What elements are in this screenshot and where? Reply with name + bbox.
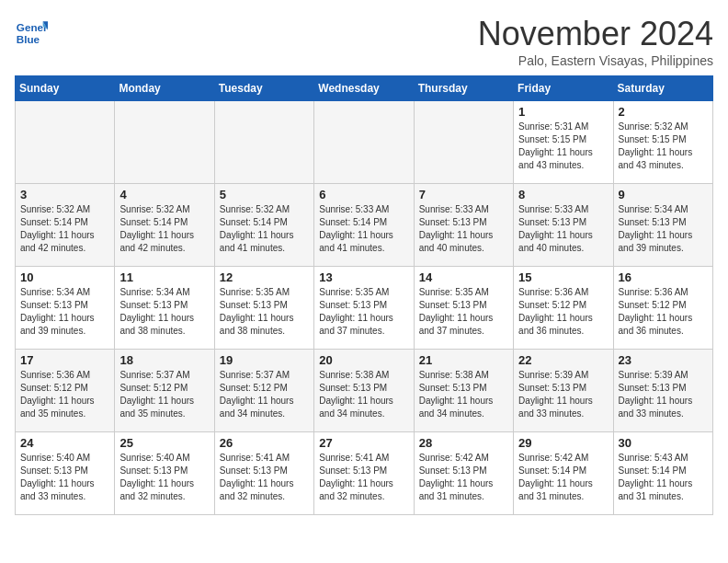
day-number: 6 xyxy=(319,188,408,201)
cell-info: Sunrise: 5:39 AM Sunset: 5:13 PM Dayligh… xyxy=(619,369,708,420)
cell-info: Sunrise: 5:32 AM Sunset: 5:14 PM Dayligh… xyxy=(119,203,209,255)
cell-info: Sunrise: 5:36 AM Sunset: 5:12 PM Dayligh… xyxy=(20,369,109,420)
day-number: 4 xyxy=(119,188,209,201)
cell-info: Sunrise: 5:37 AM Sunset: 5:12 PM Dayligh… xyxy=(119,369,209,420)
calendar-cell: 28Sunrise: 5:42 AM Sunset: 5:13 PM Dayli… xyxy=(414,432,513,515)
cell-info: Sunrise: 5:36 AM Sunset: 5:12 PM Dayligh… xyxy=(619,286,708,338)
calendar-cell: 8Sunrise: 5:33 AM Sunset: 5:13 PM Daylig… xyxy=(514,184,613,267)
day-number: 7 xyxy=(419,188,508,201)
calendar-cell xyxy=(115,101,214,184)
day-number: 14 xyxy=(419,270,508,284)
week-row-5: 24Sunrise: 5:40 AM Sunset: 5:13 PM Dayli… xyxy=(16,432,713,515)
cell-info: Sunrise: 5:41 AM Sunset: 5:13 PM Dayligh… xyxy=(220,452,309,503)
calendar-cell: 5Sunrise: 5:32 AM Sunset: 5:14 PM Daylig… xyxy=(214,184,313,267)
calendar-cell: 1Sunrise: 5:31 AM Sunset: 5:15 PM Daylig… xyxy=(514,101,613,184)
location: Palo, Eastern Visayas, Philippines xyxy=(478,53,713,68)
day-number: 26 xyxy=(220,436,309,450)
calendar-cell xyxy=(214,101,313,184)
week-row-1: 1Sunrise: 5:31 AM Sunset: 5:15 PM Daylig… xyxy=(16,101,713,184)
calendar-cell: 21Sunrise: 5:38 AM Sunset: 5:13 PM Dayli… xyxy=(414,350,513,432)
day-number: 11 xyxy=(119,270,209,284)
day-number: 18 xyxy=(119,353,209,367)
page-header: General Blue November 2024 Palo, Eastern… xyxy=(15,15,713,68)
calendar-cell: 23Sunrise: 5:39 AM Sunset: 5:13 PM Dayli… xyxy=(613,350,712,432)
cell-info: Sunrise: 5:31 AM Sunset: 5:15 PM Dayligh… xyxy=(518,121,608,172)
header-thursday: Thursday xyxy=(414,76,513,101)
day-number: 10 xyxy=(20,270,109,284)
calendar-cell: 2Sunrise: 5:32 AM Sunset: 5:15 PM Daylig… xyxy=(613,101,712,184)
cell-info: Sunrise: 5:38 AM Sunset: 5:13 PM Dayligh… xyxy=(319,369,408,420)
day-number: 15 xyxy=(518,270,608,284)
calendar-cell: 14Sunrise: 5:35 AM Sunset: 5:13 PM Dayli… xyxy=(414,267,513,350)
cell-info: Sunrise: 5:43 AM Sunset: 5:14 PM Dayligh… xyxy=(619,452,708,503)
cell-info: Sunrise: 5:34 AM Sunset: 5:13 PM Dayligh… xyxy=(20,286,109,338)
cell-info: Sunrise: 5:32 AM Sunset: 5:14 PM Dayligh… xyxy=(220,203,309,255)
day-number: 24 xyxy=(20,436,109,450)
month-title: November 2024 xyxy=(478,15,713,53)
svg-text:Blue: Blue xyxy=(17,33,40,45)
day-number: 8 xyxy=(518,188,608,201)
cell-info: Sunrise: 5:40 AM Sunset: 5:13 PM Dayligh… xyxy=(20,452,109,503)
calendar-cell: 25Sunrise: 5:40 AM Sunset: 5:13 PM Dayli… xyxy=(115,432,214,515)
cell-info: Sunrise: 5:41 AM Sunset: 5:13 PM Dayligh… xyxy=(319,452,408,503)
day-number: 30 xyxy=(619,436,708,450)
calendar-cell: 13Sunrise: 5:35 AM Sunset: 5:13 PM Dayli… xyxy=(314,267,414,350)
calendar-cell xyxy=(314,101,414,184)
calendar-cell: 26Sunrise: 5:41 AM Sunset: 5:13 PM Dayli… xyxy=(214,432,313,515)
day-number: 5 xyxy=(220,188,309,201)
cell-info: Sunrise: 5:32 AM Sunset: 5:15 PM Dayligh… xyxy=(619,121,708,172)
cell-info: Sunrise: 5:39 AM Sunset: 5:13 PM Dayligh… xyxy=(518,369,608,420)
day-number: 3 xyxy=(20,188,109,201)
cell-info: Sunrise: 5:35 AM Sunset: 5:13 PM Dayligh… xyxy=(319,286,408,338)
calendar-cell: 15Sunrise: 5:36 AM Sunset: 5:12 PM Dayli… xyxy=(514,267,613,350)
calendar-cell xyxy=(16,101,115,184)
calendar-cell: 22Sunrise: 5:39 AM Sunset: 5:13 PM Dayli… xyxy=(514,350,613,432)
calendar-cell: 6Sunrise: 5:33 AM Sunset: 5:14 PM Daylig… xyxy=(314,184,414,267)
logo: General Blue xyxy=(15,15,48,48)
day-number: 1 xyxy=(518,105,608,119)
week-row-4: 17Sunrise: 5:36 AM Sunset: 5:12 PM Dayli… xyxy=(16,350,713,432)
cell-info: Sunrise: 5:32 AM Sunset: 5:14 PM Dayligh… xyxy=(20,203,109,255)
week-row-3: 10Sunrise: 5:34 AM Sunset: 5:13 PM Dayli… xyxy=(16,267,713,350)
calendar-cell: 16Sunrise: 5:36 AM Sunset: 5:12 PM Dayli… xyxy=(613,267,712,350)
day-number: 22 xyxy=(518,353,608,367)
calendar-cell: 7Sunrise: 5:33 AM Sunset: 5:13 PM Daylig… xyxy=(414,184,513,267)
calendar-cell xyxy=(414,101,513,184)
cell-info: Sunrise: 5:34 AM Sunset: 5:13 PM Dayligh… xyxy=(619,203,708,255)
cell-info: Sunrise: 5:40 AM Sunset: 5:13 PM Dayligh… xyxy=(119,452,209,503)
cell-info: Sunrise: 5:42 AM Sunset: 5:13 PM Dayligh… xyxy=(419,452,508,503)
header-saturday: Saturday xyxy=(613,76,712,101)
day-number: 25 xyxy=(119,436,209,450)
cell-info: Sunrise: 5:33 AM Sunset: 5:13 PM Dayligh… xyxy=(518,203,608,255)
day-number: 19 xyxy=(220,353,309,367)
cell-info: Sunrise: 5:34 AM Sunset: 5:13 PM Dayligh… xyxy=(119,286,209,338)
day-number: 13 xyxy=(319,270,408,284)
cell-info: Sunrise: 5:37 AM Sunset: 5:12 PM Dayligh… xyxy=(220,369,309,420)
calendar-cell: 30Sunrise: 5:43 AM Sunset: 5:14 PM Dayli… xyxy=(613,432,712,515)
cell-info: Sunrise: 5:42 AM Sunset: 5:14 PM Dayligh… xyxy=(518,452,608,503)
cell-info: Sunrise: 5:33 AM Sunset: 5:14 PM Dayligh… xyxy=(319,203,408,255)
calendar-cell: 19Sunrise: 5:37 AM Sunset: 5:12 PM Dayli… xyxy=(214,350,313,432)
calendar-cell: 27Sunrise: 5:41 AM Sunset: 5:13 PM Dayli… xyxy=(314,432,414,515)
calendar-cell: 18Sunrise: 5:37 AM Sunset: 5:12 PM Dayli… xyxy=(115,350,214,432)
week-row-2: 3Sunrise: 5:32 AM Sunset: 5:14 PM Daylig… xyxy=(16,184,713,267)
day-number: 20 xyxy=(319,353,408,367)
calendar-cell: 4Sunrise: 5:32 AM Sunset: 5:14 PM Daylig… xyxy=(115,184,214,267)
cell-info: Sunrise: 5:35 AM Sunset: 5:13 PM Dayligh… xyxy=(220,286,309,338)
day-number: 12 xyxy=(220,270,309,284)
header-monday: Monday xyxy=(115,76,214,101)
header-row: SundayMondayTuesdayWednesdayThursdayFrid… xyxy=(16,76,713,101)
cell-info: Sunrise: 5:33 AM Sunset: 5:13 PM Dayligh… xyxy=(419,203,508,255)
day-number: 2 xyxy=(619,105,708,119)
calendar-cell: 24Sunrise: 5:40 AM Sunset: 5:13 PM Dayli… xyxy=(16,432,115,515)
cell-info: Sunrise: 5:36 AM Sunset: 5:12 PM Dayligh… xyxy=(518,286,608,338)
header-wednesday: Wednesday xyxy=(314,76,414,101)
calendar-cell: 10Sunrise: 5:34 AM Sunset: 5:13 PM Dayli… xyxy=(16,267,115,350)
calendar-cell: 9Sunrise: 5:34 AM Sunset: 5:13 PM Daylig… xyxy=(613,184,712,267)
calendar-cell: 11Sunrise: 5:34 AM Sunset: 5:13 PM Dayli… xyxy=(115,267,214,350)
logo-icon: General Blue xyxy=(15,15,48,48)
day-number: 28 xyxy=(419,436,508,450)
day-number: 16 xyxy=(619,270,708,284)
header-tuesday: Tuesday xyxy=(214,76,313,101)
header-sunday: Sunday xyxy=(16,76,115,101)
